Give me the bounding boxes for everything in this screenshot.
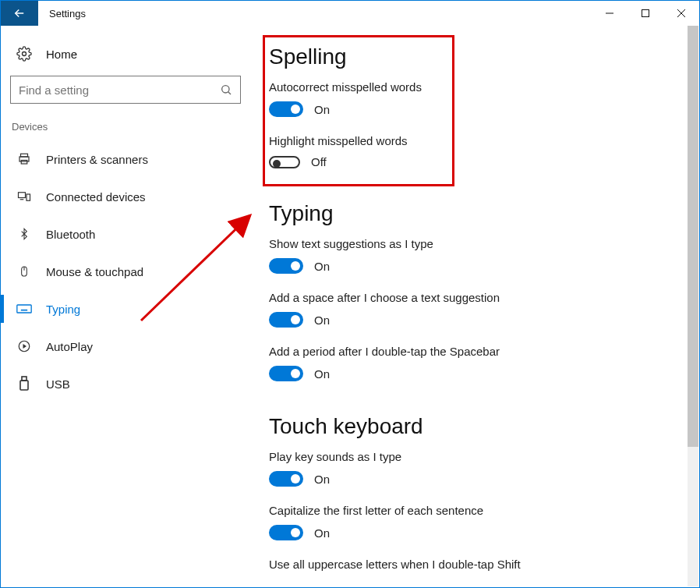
- nav-list: Printers & scanners Connected devices Bl…: [10, 140, 241, 402]
- connected-icon: [16, 190, 32, 204]
- home-button[interactable]: Home: [10, 41, 241, 76]
- svg-line-6: [228, 92, 231, 94]
- autoplay-icon: [16, 339, 32, 353]
- section-title: Touch keyboard: [269, 414, 676, 439]
- sidebar-item-label: Bluetooth: [46, 228, 95, 241]
- sidebar-item-label: Connected devices: [46, 190, 146, 204]
- gear-icon: [16, 46, 32, 62]
- setting-label: Show text suggestions as I type: [269, 237, 676, 250]
- search-input[interactable]: [19, 83, 220, 97]
- toggle-state: On: [314, 103, 330, 116]
- setting-label: Autocorrect misspelled words: [269, 80, 676, 94]
- titlebar: Settings: [1, 1, 699, 26]
- sidebar-item-label: Typing: [46, 303, 80, 316]
- window-controls: [592, 1, 699, 26]
- setting-label: Add a space after I choose a text sugges…: [269, 291, 676, 304]
- sidebar-item-label: USB: [46, 377, 70, 391]
- keyboard-icon: [16, 303, 32, 314]
- toggle-add-space[interactable]: [269, 312, 303, 328]
- svg-rect-9: [21, 161, 27, 165]
- usb-icon: [16, 376, 32, 391]
- sidebar-item-label: AutoPlay: [46, 340, 93, 353]
- sidebar-item-mouse[interactable]: Mouse & touchpad: [10, 253, 241, 290]
- toggle-highlight-misspelled[interactable]: [269, 156, 300, 168]
- setting-label: Use all uppercase letters when I double-…: [269, 558, 676, 571]
- printer-icon: [16, 152, 32, 166]
- setting-label: Add a period after I double-tap the Spac…: [269, 345, 676, 358]
- toggle-state: On: [314, 473, 330, 486]
- search-box[interactable]: [10, 76, 241, 104]
- section-spelling: Spelling Autocorrect misspelled words On…: [269, 44, 676, 168]
- toggle-key-sounds[interactable]: [269, 471, 303, 487]
- setting-label: Capitalize the first letter of each sent…: [269, 504, 676, 517]
- scrollbar[interactable]: [688, 26, 698, 586]
- home-label: Home: [46, 48, 77, 61]
- section-touch-keyboard: Touch keyboard Play key sounds as I type…: [269, 414, 676, 571]
- sidebar-item-autoplay[interactable]: AutoPlay: [10, 328, 241, 365]
- toggle-capitalize-first[interactable]: [269, 525, 303, 540]
- svg-rect-11: [27, 194, 30, 200]
- toggle-state: On: [314, 313, 330, 327]
- toggle-state: On: [314, 526, 330, 540]
- svg-rect-24: [20, 381, 28, 390]
- arrow-left-icon: [12, 6, 27, 20]
- section-typing: Typing Show text suggestions as I type O…: [269, 201, 676, 381]
- back-button[interactable]: [1, 1, 38, 26]
- svg-point-5: [222, 86, 229, 93]
- window-title: Settings: [38, 8, 86, 19]
- mouse-icon: [16, 264, 32, 279]
- sidebar-item-typing[interactable]: Typing: [10, 290, 241, 328]
- section-title: Spelling: [269, 44, 676, 69]
- maximize-button[interactable]: [628, 1, 663, 26]
- sidebar-item-label: Mouse & touchpad: [46, 265, 143, 278]
- svg-rect-15: [17, 305, 31, 313]
- toggle-autocorrect[interactable]: [269, 101, 303, 117]
- search-icon: [220, 83, 232, 96]
- setting-label: Highlight misspelled words: [269, 134, 676, 147]
- sidebar-item-bluetooth[interactable]: Bluetooth: [10, 215, 241, 253]
- toggle-state: On: [314, 260, 330, 273]
- sidebar-item-connected[interactable]: Connected devices: [10, 178, 241, 215]
- bluetooth-icon: [16, 227, 32, 241]
- svg-rect-10: [19, 193, 26, 198]
- svg-marker-22: [23, 344, 27, 349]
- sidebar: Home Devices Printers & scanners Connect…: [1, 26, 250, 587]
- sidebar-item-label: Printers & scanners: [46, 153, 148, 166]
- minimize-button[interactable]: [592, 1, 628, 26]
- scroll-thumb[interactable]: [688, 26, 698, 447]
- toggle-text-suggestions[interactable]: [269, 258, 303, 274]
- toggle-add-period[interactable]: [269, 366, 303, 381]
- section-title: Typing: [269, 201, 676, 226]
- sidebar-item-printers[interactable]: Printers & scanners: [10, 140, 241, 178]
- setting-label: Play key sounds as I type: [269, 450, 676, 463]
- sidebar-item-usb[interactable]: USB: [10, 365, 241, 402]
- svg-rect-1: [642, 10, 649, 17]
- svg-point-4: [23, 52, 27, 56]
- category-header: Devices: [10, 121, 241, 140]
- toggle-state: Off: [311, 155, 327, 168]
- content-pane: Spelling Autocorrect misspelled words On…: [250, 26, 699, 587]
- toggle-state: On: [314, 367, 330, 381]
- close-button[interactable]: [663, 1, 699, 26]
